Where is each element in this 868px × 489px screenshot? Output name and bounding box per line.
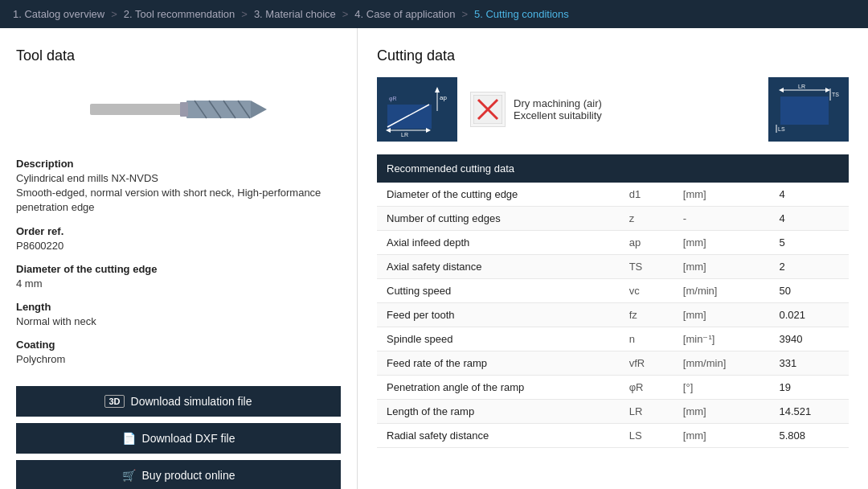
svg-text:LR: LR	[798, 84, 805, 89]
coating-value: Polychrom	[16, 352, 341, 367]
row-value: 3940	[769, 327, 849, 351]
row-unit: [mm/min]	[674, 351, 770, 376]
row-name: Spindle speed	[377, 327, 620, 351]
table-row: Radial safety distance LS [mm] 5.808	[377, 424, 849, 448]
row-value: 4	[769, 183, 849, 207]
order-ref-section: Order ref. P8600220	[16, 225, 341, 253]
dry-machining-info: Dry machining (air) Excellent suitabilit…	[514, 97, 602, 121]
3d-icon: 3D	[104, 395, 124, 408]
row-value: 50	[769, 279, 849, 303]
buy-product-label: Buy product online	[142, 469, 235, 482]
order-ref-value: P8600220	[16, 239, 341, 253]
row-unit: [min⁻¹]	[674, 327, 770, 351]
table-row: Diameter of the cutting edge d1 [mm] 4	[377, 183, 849, 207]
row-name: Axial infeed depth	[377, 231, 620, 255]
row-unit: -	[674, 207, 770, 231]
row-symbol: vfR	[620, 351, 674, 376]
breadcrumb-sep-3: >	[342, 8, 349, 20]
svg-rect-23	[780, 97, 829, 125]
breadcrumb-item-5[interactable]: 5. Cutting conditions	[474, 8, 569, 20]
table-row: Number of cutting edges z - 4	[377, 207, 849, 231]
breadcrumb-item-2[interactable]: 2. Tool recommendation	[124, 8, 235, 20]
table-row: Length of the ramp LR [mm] 14.521	[377, 400, 849, 424]
row-name: Penetration angle of the ramp	[377, 376, 620, 400]
description-label: Description	[16, 158, 341, 170]
cutting-diagram-svg: ap φR LR	[381, 80, 453, 138]
description-section: Description Cylindrical end mills NX-NVD…	[16, 158, 341, 216]
cutting-diagram-right-svg: TS LS LR	[772, 80, 845, 138]
buy-product-button[interactable]: 🛒 Buy product online	[16, 460, 341, 489]
dry-machining-title: Dry machining (air)	[514, 97, 602, 109]
row-unit: [°]	[674, 376, 770, 400]
main-content: Tool data Description Cy	[0, 28, 868, 489]
row-symbol: LS	[620, 424, 674, 448]
left-panel: Tool data Description Cy	[0, 28, 358, 489]
breadcrumb-sep-2: >	[241, 8, 248, 20]
breadcrumb-item-1[interactable]: 1. Catalog overview	[13, 8, 104, 20]
not-suitable-icon	[470, 92, 506, 127]
cutting-diagram-image: ap φR LR	[377, 77, 457, 142]
row-unit: [mm]	[674, 303, 770, 327]
coating-label: Coating	[16, 339, 341, 351]
breadcrumb-item-3[interactable]: 3. Material choice	[254, 8, 336, 20]
row-name: Cutting speed	[377, 279, 620, 303]
row-symbol: d1	[620, 183, 674, 207]
row-value: 4	[769, 207, 849, 231]
row-value: 19	[769, 376, 849, 400]
table-header: Recommended cutting data	[377, 154, 849, 183]
diameter-value: 4 mm	[16, 277, 341, 291]
dxf-icon: 📄	[122, 432, 136, 445]
svg-marker-6	[251, 101, 267, 118]
download-dxf-button[interactable]: 📄 Download DXF file	[16, 423, 341, 454]
length-label: Length	[16, 301, 341, 313]
description-value-2: Smooth-edged, normal version with short …	[16, 186, 341, 215]
row-symbol: LR	[620, 400, 674, 424]
row-unit: [mm]	[674, 400, 770, 424]
description-value-1: Cylindrical end mills NX-NVDS	[16, 171, 341, 186]
table-row: Feed rate of the ramp vfR [mm/min] 331	[377, 351, 849, 376]
svg-rect-0	[90, 104, 186, 115]
row-symbol: fz	[620, 303, 674, 327]
diameter-label: Diameter of the cutting edge	[16, 263, 341, 275]
row-name: Number of cutting edges	[377, 207, 620, 231]
svg-text:ap: ap	[440, 94, 447, 101]
diameter-section: Diameter of the cutting edge 4 mm	[16, 263, 341, 291]
cutting-images-row: ap φR LR	[377, 77, 849, 142]
tool-image	[16, 77, 341, 142]
download-simulation-button[interactable]: 3D Download simulation file	[16, 386, 341, 417]
row-value: 331	[769, 351, 849, 376]
length-section: Length Normal with neck	[16, 301, 341, 329]
cart-icon: 🛒	[122, 469, 136, 482]
row-name: Diameter of the cutting edge	[377, 183, 620, 207]
svg-rect-7	[180, 102, 188, 117]
row-unit: [mm]	[674, 255, 770, 279]
dry-machining-subtitle: Excellent suitability	[514, 109, 602, 121]
row-name: Radial safety distance	[377, 424, 620, 448]
download-simulation-label: Download simulation file	[131, 395, 252, 408]
row-symbol: z	[620, 207, 674, 231]
row-unit: [mm]	[674, 231, 770, 255]
table-row: Axial infeed depth ap [mm] 5	[377, 231, 849, 255]
row-symbol: ap	[620, 231, 674, 255]
row-value: 14.521	[769, 400, 849, 424]
breadcrumb-sep-1: >	[111, 8, 117, 20]
table-row: Cutting speed vc [m/min] 50	[377, 279, 849, 303]
svg-text:LS: LS	[778, 126, 785, 132]
table-row: Penetration angle of the ramp φR [°] 19	[377, 376, 849, 400]
row-unit: [mm]	[674, 424, 770, 448]
cutting-data-title: Cutting data	[377, 47, 849, 64]
row-name: Feed rate of the ramp	[377, 351, 620, 376]
coating-section: Coating Polychrom	[16, 339, 341, 367]
svg-text:φR: φR	[389, 96, 397, 102]
row-value: 5	[769, 231, 849, 255]
action-buttons: 3D Download simulation file 📄 Download D…	[16, 386, 341, 489]
row-name: Feed per tooth	[377, 303, 620, 327]
svg-rect-9	[387, 105, 432, 129]
cutting-data-table: Recommended cutting data Diameter of the…	[377, 154, 849, 448]
svg-text:LR: LR	[401, 132, 408, 138]
x-svg	[473, 95, 502, 124]
tool-details: Description Cylindrical end mills NX-NVD…	[16, 158, 341, 367]
download-dxf-label: Download DXF file	[142, 432, 235, 445]
tool-svg	[90, 89, 267, 129]
breadcrumb-item-4[interactable]: 4. Case of application	[354, 8, 455, 20]
